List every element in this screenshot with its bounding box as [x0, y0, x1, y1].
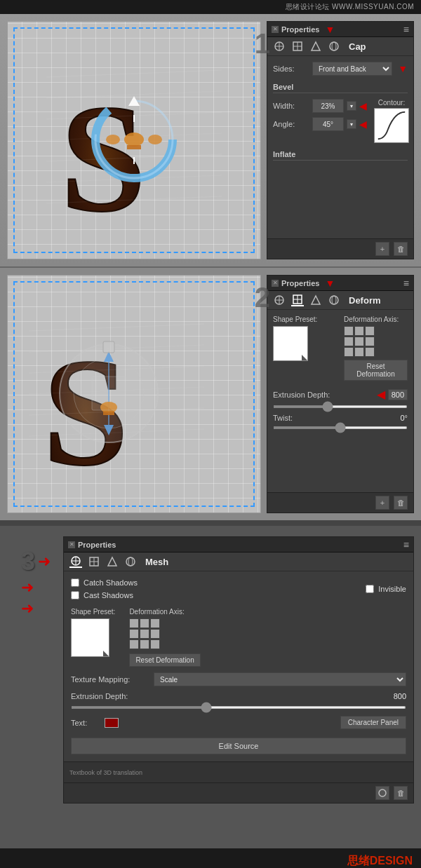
width-input[interactable] — [312, 99, 344, 113]
icon-env-2[interactable] — [328, 294, 340, 306]
panel-menu-2[interactable]: ≡ — [403, 278, 409, 289]
sides-select[interactable]: Front and Back — [312, 62, 392, 76]
catch-shadows-row: Catch Shadows — [71, 578, 138, 587]
extrusion-slider-3[interactable] — [71, 706, 406, 709]
panel-bottom-bar-3: Textbook of 3D translation — [64, 761, 413, 782]
icon-mesh-3[interactable] — [69, 555, 82, 568]
arc-svg-1 — [85, 90, 183, 189]
panel-close-3[interactable]: ✕ — [68, 541, 75, 548]
deform-cell-1[interactable] — [344, 326, 354, 336]
deform-cell-3-4[interactable] — [129, 629, 139, 639]
deform-cell-3-3[interactable] — [150, 618, 160, 628]
angle-input[interactable] — [312, 117, 344, 131]
deform-cell-3[interactable] — [365, 326, 375, 336]
watermark-text: 思绪设计论坛 WWW.MISSYUAN.COM — [286, 2, 414, 12]
deform-cell-7[interactable] — [344, 347, 354, 357]
icon-cap-1[interactable] — [309, 40, 322, 53]
reset-deformation-btn-3[interactable]: Reset Deformation — [129, 653, 200, 667]
sides-arrow: ▼ — [398, 63, 408, 74]
icon-toolbar-3: Mesh — [64, 552, 413, 571]
angle-input-group: ▾ ◀ — [312, 117, 367, 131]
panel-content-1: Sides: Front and Back ▼ Bevel Width: — [267, 56, 413, 238]
svg-point-48 — [332, 296, 336, 304]
footer-trash-2[interactable]: 🗑 — [394, 496, 408, 510]
reset-deformation-btn-2[interactable]: Reset Deformation — [344, 360, 408, 381]
twist-slider-2[interactable] — [273, 426, 408, 429]
extrusion-row-2: Extrusion Depth: ◀ 800 — [273, 388, 408, 409]
shape-preset-label-3: Shape Preset: — [71, 608, 115, 616]
icon-deform-1[interactable] — [291, 40, 304, 53]
character-panel-btn[interactable]: Character Panel — [340, 716, 406, 729]
text-row: Text: Character Panel — [71, 716, 406, 729]
step-2-number: 2 — [255, 282, 270, 313]
deform-cell-4[interactable] — [344, 337, 354, 346]
icon-env-3[interactable] — [124, 555, 137, 568]
deform-cell-3-9[interactable] — [150, 639, 160, 649]
invisible-checkbox[interactable] — [366, 585, 374, 593]
icon-mesh-1[interactable] — [273, 40, 286, 53]
panel-menu-3[interactable]: ≡ — [403, 539, 409, 550]
width-down-btn[interactable]: ▾ — [347, 101, 356, 111]
shape-preset-label-2: Shape Preset: — [273, 316, 337, 323]
panel-titlebar-left-3: ✕ Properties — [68, 541, 116, 549]
edit-source-btn[interactable]: Edit Source — [71, 738, 406, 754]
width-row: Width: ▾ ◀ — [273, 99, 367, 113]
deform-cell-3-7[interactable] — [129, 639, 139, 649]
step-3-annotation-3: ➜ — [21, 599, 34, 618]
svg-point-23 — [330, 42, 338, 50]
footer-icon-3b[interactable]: 🗑 — [394, 786, 408, 800]
angle-down-btn[interactable]: ▾ — [347, 119, 356, 129]
icon-deform-3[interactable] — [88, 555, 100, 568]
step-3-arrow-2: ➜ — [21, 578, 34, 597]
panel-menu-1[interactable]: ≡ — [403, 24, 409, 35]
icon-cap-2[interactable] — [309, 294, 322, 306]
title-arrow-1: ▼ — [325, 24, 335, 35]
svg-point-24 — [332, 42, 336, 50]
catch-shadows-label: Catch Shadows — [83, 578, 138, 587]
text-color-box[interactable] — [105, 718, 119, 728]
svg-rect-39 — [103, 341, 114, 353]
sep-2-3 — [0, 520, 421, 526]
deform-cell-3-6[interactable] — [150, 629, 160, 639]
invisible-label: Invisible — [378, 585, 406, 593]
deform-cell-9[interactable] — [365, 347, 375, 357]
section-3: 3 ➜ ➜ ➜ ✕ Properties ≡ — [0, 526, 421, 848]
deformation-axis-label-2: Deformation Axis: — [344, 316, 408, 323]
contour-box[interactable] — [374, 108, 409, 143]
step-3-arrow-1: ➜ — [38, 552, 51, 571]
icon-deform-2[interactable] — [291, 294, 304, 306]
angle-label: Angle: — [273, 120, 308, 128]
footer-icon-3a[interactable] — [375, 786, 389, 800]
bevel-content: Width: ▾ ◀ Angle: ▾ — [273, 99, 408, 143]
deform-cell-6[interactable] — [365, 337, 375, 346]
deform-cell-3-5[interactable] — [140, 629, 149, 639]
icon-env-1[interactable] — [328, 40, 340, 53]
deform-cell-8[interactable] — [354, 347, 364, 357]
cast-shadows-row: Cast Shadows — [71, 591, 138, 599]
cast-shadows-checkbox[interactable] — [71, 591, 79, 599]
deform-cell-5[interactable] — [354, 337, 364, 346]
deform-cell-3-2[interactable] — [140, 618, 149, 628]
catch-shadows-checkbox[interactable] — [71, 578, 79, 587]
tab-label-1: Cap — [349, 41, 366, 52]
panel-close-1[interactable]: ✕ — [272, 26, 279, 33]
preset-axis-row: Shape Preset: Deformation Axis: — [273, 316, 408, 381]
deform-cell-3-1[interactable] — [129, 618, 139, 628]
panel-close-2[interactable]: ✕ — [272, 280, 279, 287]
extrusion-label-3: Extrusion Depth: — [71, 692, 128, 700]
footer-trash-1[interactable]: 🗑 — [394, 242, 408, 256]
extrusion-slider-2[interactable] — [273, 405, 408, 408]
step-3-annotation-2: ➜ — [21, 578, 34, 597]
deform-cell-3-8[interactable] — [140, 639, 149, 649]
icon-mesh-2[interactable] — [273, 294, 286, 306]
shape-preset-box-3[interactable] — [71, 618, 109, 657]
texture-mapping-select[interactable]: Scale — [154, 672, 406, 686]
footer-add-1[interactable]: + — [375, 242, 389, 256]
shape-preset-box-2[interactable] — [273, 326, 308, 361]
icon-cap-3[interactable] — [106, 555, 119, 568]
deform-cell-2[interactable] — [354, 326, 364, 336]
tab-label-2: Deform — [349, 295, 381, 306]
angle-red-arrow: ◀ — [359, 118, 367, 130]
footer-add-2[interactable]: + — [375, 496, 389, 510]
title-arrow-2: ▼ — [325, 278, 335, 289]
